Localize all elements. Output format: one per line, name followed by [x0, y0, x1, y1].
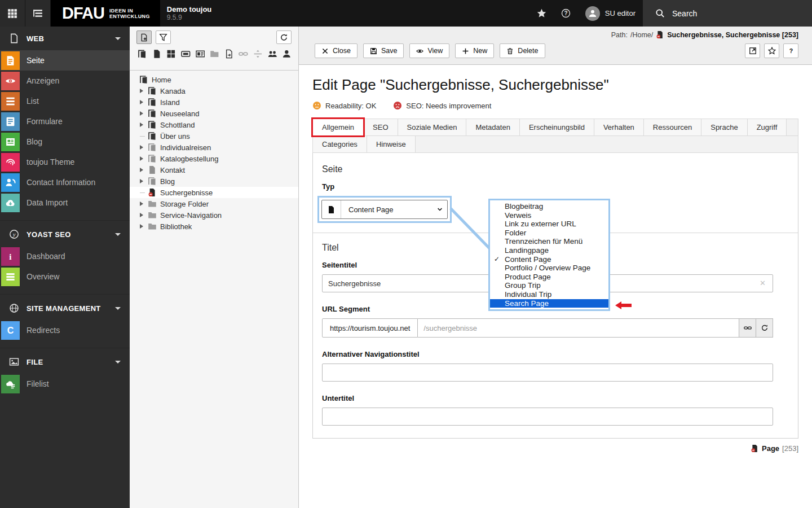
search-bar[interactable]: Search [643, 0, 812, 27]
tree-node-neuseeland[interactable]: Neuseeland [130, 108, 298, 119]
dropdown-option-search-page[interactable]: Search Page [490, 299, 608, 308]
expand-icon[interactable] [140, 145, 143, 150]
tab-erscheinungsbild[interactable]: Erscheinungsbild [520, 119, 594, 135]
slug-recalculate-button[interactable] [756, 318, 773, 338]
dropdown-option-landingpage[interactable]: Landingpage [490, 246, 608, 255]
close-button[interactable]: Close [315, 43, 358, 58]
bookmark-record-button[interactable] [764, 43, 779, 58]
tree-node-island[interactable]: Island [130, 97, 298, 108]
open-new-window-button[interactable] [745, 43, 760, 58]
sidebar-item-dashboard[interactable]: iDashboard [0, 246, 130, 266]
tab-hinweise[interactable]: Hinweise [367, 136, 416, 152]
expand-icon[interactable] [140, 168, 143, 172]
dropdown-option-product-page[interactable]: Product Page [490, 273, 608, 282]
sidebar-item-data-import[interactable]: Data Import [0, 192, 130, 213]
expand-icon[interactable] [140, 111, 143, 116]
tab-zugriff[interactable]: Zugriff [748, 119, 787, 135]
sidebar-item-toujou-theme[interactable]: toujou Theme [0, 152, 130, 172]
dropdown-option-portfolio-overview-page[interactable]: Portfolio / Overview Page [490, 264, 608, 273]
tab-sprache[interactable]: Sprache [701, 119, 747, 135]
drag-new-divider-icon[interactable] [253, 49, 263, 59]
sidebar-item-blog[interactable]: Blog [0, 132, 130, 152]
module-section-web[interactable]: WEB [0, 27, 130, 50]
expand-icon[interactable] [140, 89, 143, 93]
dropdown-option-content-page[interactable]: ✓Content Page [490, 255, 608, 264]
tree-node-kanada[interactable]: Kanada [130, 85, 298, 97]
refresh-tree-button[interactable] [276, 30, 292, 44]
sidebar-item-anzeigen[interactable]: Anzeigen [0, 71, 130, 91]
help-button[interactable]: ? [554, 0, 578, 27]
module-section-yoast-seo[interactable]: yYOAST SEO [0, 222, 130, 246]
tab-soziale-medien[interactable]: Soziale Medien [398, 119, 467, 135]
expand-icon[interactable] [140, 179, 143, 183]
slug-toggle-button[interactable] [739, 318, 756, 338]
sidebar-item-formulare[interactable]: Formulare [0, 111, 130, 132]
slug-input[interactable] [418, 318, 739, 338]
dropdown-option-verweis[interactable]: Verweis [490, 211, 608, 220]
dropdown-option-link-zu-externer-url[interactable]: Link zu externer URL [490, 220, 608, 229]
tab-ressourcen[interactable]: Ressourcen [644, 119, 701, 135]
dropdown-option-individual-trip[interactable]: Individual Trip [490, 290, 608, 299]
sidebar-item-list[interactable]: List [0, 91, 130, 111]
tree-node-storage-folder[interactable]: Storage Folder [130, 198, 298, 209]
dropdown-option-folder[interactable]: Folder [490, 229, 608, 238]
expand-icon[interactable] [140, 213, 143, 217]
tree-line [140, 192, 145, 193]
page-type-select[interactable]: Content Page [321, 200, 448, 219]
tree-node-katalogbestellung[interactable]: Katalogbestellung [130, 153, 298, 164]
drag-new-user-icon[interactable] [282, 49, 292, 59]
dropdown-option-blogbeitrag[interactable]: Blogbeitrag [490, 202, 608, 211]
drag-new-grid-page-icon[interactable] [166, 49, 176, 59]
filter-button[interactable] [156, 30, 171, 44]
drag-new-group-icon[interactable] [268, 49, 277, 59]
tree-node-suchergebnisse[interactable]: Suchergebnisse [130, 187, 298, 198]
tab-seo[interactable]: SEO [364, 119, 398, 135]
save-button[interactable]: Save [363, 43, 404, 58]
drag-new-shortcut-page-icon[interactable] [224, 49, 234, 59]
expand-icon[interactable] [140, 156, 143, 161]
sidebar-item-redirects[interactable]: CRedirects [0, 320, 130, 340]
drag-new-link-icon[interactable] [239, 49, 248, 59]
tree-node-individualreisen[interactable]: Individualreisen [130, 142, 298, 153]
tree-node-schottland[interactable]: Schottland [130, 119, 298, 130]
context-help-button[interactable]: ? [783, 43, 798, 58]
subtitle-input[interactable] [322, 408, 773, 426]
expand-icon[interactable] [140, 100, 143, 104]
expand-icon[interactable] [140, 122, 143, 127]
dropdown-option-trennzeichen-f-r-men-[interactable]: Trennzeichen für Menü [490, 237, 608, 246]
tab-metadaten[interactable]: Metadaten [466, 119, 519, 135]
drag-new-page-icon[interactable] [152, 49, 162, 59]
tree-node--ber-uns[interactable]: Über uns [130, 130, 298, 142]
sidebar-item-seite[interactable]: Seite [0, 50, 130, 71]
navtitle-input[interactable] [322, 364, 773, 382]
tree-node-bibliothek[interactable]: Bibliothek [130, 221, 298, 232]
dropdown-option-group-trip[interactable]: Group Trip [490, 281, 608, 290]
tree-node-blog[interactable]: Blog [130, 176, 298, 187]
expand-icon[interactable] [140, 224, 143, 229]
view-button[interactable]: View [409, 43, 449, 58]
tab-categories[interactable]: Categories [313, 136, 367, 152]
modules-toggle-button[interactable] [0, 0, 25, 27]
pagetree-toggle-button[interactable] [25, 0, 50, 27]
tree-node-service-navigation[interactable]: Service-Navigation [130, 209, 298, 221]
new-page-button[interactable] [136, 30, 152, 44]
module-section-file[interactable]: FILE [0, 350, 130, 374]
drag-new-folder-icon[interactable] [210, 49, 219, 59]
tab-verhalten[interactable]: Verhalten [594, 119, 644, 135]
expand-icon[interactable] [140, 202, 143, 206]
tree-node-kontakt[interactable]: Kontakt [130, 164, 298, 176]
sidebar-item-overview[interactable]: Overview [0, 266, 130, 287]
sidebar-item-contact-information[interactable]: Contact Information [0, 172, 130, 192]
tree-node-home[interactable]: Home [130, 74, 298, 85]
drag-new-banner-page-icon[interactable] [181, 49, 191, 59]
clear-input-icon[interactable]: ✕ [760, 279, 766, 288]
tab-allgemein[interactable]: Allgemein [313, 119, 364, 135]
delete-button[interactable]: Delete [500, 43, 545, 58]
drag-new-site-icon[interactable] [138, 49, 147, 59]
drag-new-card-page-icon[interactable] [196, 49, 205, 59]
bookmarks-button[interactable] [529, 0, 554, 27]
module-section-site-management[interactable]: SITE MANAGEMENT [0, 296, 130, 320]
user-menu[interactable]: SU editor [578, 0, 643, 27]
new-button[interactable]: New [455, 43, 494, 58]
sidebar-item-filelist[interactable]: Filelist [0, 374, 130, 394]
